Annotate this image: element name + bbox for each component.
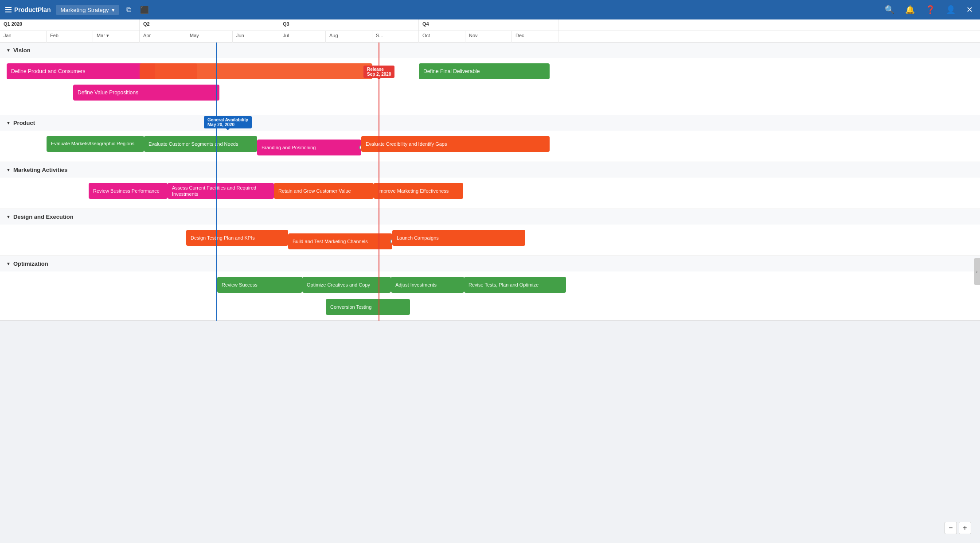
vision-label: Vision: [13, 47, 31, 54]
product-label: Product: [13, 120, 35, 126]
marketing-content: Review Business Performance Assess Curre…: [0, 178, 980, 209]
sidebar-collapse-arrow[interactable]: ›: [974, 258, 980, 285]
design-label: Design and Execution: [13, 213, 74, 220]
month-mar: Mar ▾: [93, 31, 140, 43]
product-content: Evaluate Markets/Geographic Regions Eval…: [0, 131, 980, 162]
plan-name: Marketing Strategy: [60, 7, 109, 13]
optimization-chevron-icon: ▼: [6, 261, 11, 266]
bookmark-button[interactable]: ⬛: [138, 4, 151, 16]
user-button[interactable]: 👤: [944, 3, 957, 16]
bar-review-biz[interactable]: Review Business Performance: [89, 183, 168, 199]
month-feb: Feb: [47, 31, 93, 43]
section-product-header[interactable]: ▼ Product: [0, 115, 980, 131]
month-jan: Jan: [0, 31, 47, 43]
navbar: ProductPlan Marketing Strategy ▾ ⧉ ⬛ 🔍 🔔…: [0, 0, 980, 19]
zoom-controls: − +: [945, 522, 971, 534]
quarter-q4: Q4: [419, 19, 558, 31]
zoom-out-button[interactable]: −: [945, 522, 957, 534]
bar-revise-tests[interactable]: Revise Tests, Plan and Optimize: [464, 277, 566, 293]
copy-button[interactable]: ⧉: [125, 4, 133, 16]
month-may: May: [186, 31, 233, 43]
section-optimization: ▼ Optimization Review Success Optimize C…: [0, 256, 980, 321]
bar-build-test[interactable]: Build and Test Marketing Channels: [288, 233, 392, 249]
section-marketing-header[interactable]: ▼ Marketing Activities: [0, 162, 980, 178]
design-content: Design Testing Plan and KPIs Build and T…: [0, 225, 980, 256]
zoom-in-button[interactable]: +: [959, 522, 971, 534]
month-dec: Dec: [512, 31, 558, 43]
product-chevron-icon: ▼: [6, 120, 11, 125]
vision-chevron-icon: ▼: [6, 48, 11, 53]
section-vision-header[interactable]: ▼ Vision: [0, 43, 980, 58]
optimization-content: Review Success Optimize Creatives and Co…: [0, 272, 980, 320]
month-nov: Nov: [465, 31, 512, 43]
bar-define-value[interactable]: Define Value Propositions: [73, 85, 219, 101]
menu-icon[interactable]: [5, 7, 12, 12]
dropdown-arrow-icon: ▾: [112, 7, 115, 13]
gantt-area[interactable]: Q1 2020 Q2 Q3 Q4 Jan Feb Mar ▾ Apr May J…: [0, 19, 980, 543]
timeline-quarters: Q1 2020 Q2 Q3 Q4: [0, 19, 980, 31]
bar-eval-segments[interactable]: Evaluate Customer Segments and Needs: [144, 136, 257, 152]
section-design: ▼ Design and Execution Design Testing Pl…: [0, 209, 980, 256]
search-button[interactable]: 🔍: [883, 3, 896, 16]
month-apr: Apr: [140, 31, 186, 43]
main-container: Q1 2020 Q2 Q3 Q4 Jan Feb Mar ▾ Apr May J…: [0, 19, 980, 543]
bar-eval-markets[interactable]: Evaluate Markets/Geographic Regions: [47, 136, 144, 152]
bar-retain-grow[interactable]: Retain and Grow Customer Value: [274, 183, 374, 199]
bar-define-final[interactable]: Define Final Deliverable: [419, 63, 550, 79]
notifications-button[interactable]: 🔔: [903, 3, 917, 16]
section-optimization-header[interactable]: ▼ Optimization: [0, 256, 980, 272]
bar-design-testing[interactable]: Design Testing Plan and KPIs: [186, 230, 288, 246]
bar-conversion-testing[interactable]: Conversion Testing: [326, 299, 410, 315]
optimization-label: Optimization: [13, 260, 48, 267]
month-oct: Oct: [419, 31, 465, 43]
month-jun: Jun: [233, 31, 279, 43]
gantt-body: ▼ Vision Define Product and Consumers: [0, 43, 980, 321]
brand-name: ProductPlan: [14, 6, 51, 13]
bar-launch-campaigns[interactable]: Launch Campaigns: [392, 230, 525, 246]
quarter-q2: Q2: [140, 19, 279, 31]
navbar-right: 🔍 🔔 ❓ 👤 ✕: [883, 3, 975, 16]
design-chevron-icon: ▼: [6, 214, 11, 219]
section-product: General AvailabilityMay 20, 2020 ▼ Produ…: [0, 115, 980, 162]
quarter-q3: Q3: [279, 19, 419, 31]
section-vision: ▼ Vision Define Product and Consumers: [0, 43, 980, 107]
month-sep: S...: [372, 31, 419, 43]
help-button[interactable]: ❓: [924, 3, 937, 16]
bar-review-objectives[interactable]: [140, 63, 372, 79]
bar-define-product[interactable]: Define Product and Consumers: [7, 63, 155, 79]
bar-assess-facilities[interactable]: Assess Current Facilities and Required I…: [168, 183, 274, 199]
bar-review-success[interactable]: Review Success: [217, 277, 302, 293]
month-aug: Aug: [326, 31, 372, 43]
vision-content: Define Product and Consumers Define Fina…: [0, 58, 980, 107]
bar-eval-credibility[interactable]: Evaluate Credibility and Identify Gaps: [361, 136, 550, 152]
quarter-q1: Q1 2020: [0, 19, 140, 31]
bar-improve-marketing[interactable]: Improve Marketing Effectiveness: [374, 183, 463, 199]
section-marketing: ▼ Marketing Activities Review Business P…: [0, 162, 980, 209]
bar-adjust-investments[interactable]: Adjust Investments: [391, 277, 464, 293]
section-design-header[interactable]: ▼ Design and Execution: [0, 209, 980, 225]
month-jul: Jul: [279, 31, 326, 43]
bar-optimize-creatives[interactable]: Optimize Creatives and Copy: [302, 277, 391, 293]
marketing-label: Marketing Activities: [13, 167, 67, 173]
marketing-chevron-icon: ▼: [6, 167, 11, 172]
bar-branding[interactable]: Branding and Positioning: [257, 140, 361, 155]
timeline-months: Jan Feb Mar ▾ Apr May Jun Jul Aug S... O…: [0, 31, 980, 43]
timeline-header: Q1 2020 Q2 Q3 Q4 Jan Feb Mar ▾ Apr May J…: [0, 19, 980, 43]
ga-tooltip: General AvailabilityMay 20, 2020: [204, 116, 252, 128]
release-milestone-tooltip: ReleaseSep 2, 2020: [363, 66, 394, 78]
close-button[interactable]: ✕: [964, 3, 975, 16]
plan-dropdown[interactable]: Marketing Strategy ▾: [56, 5, 119, 15]
brand-logo: ProductPlan: [5, 6, 51, 13]
